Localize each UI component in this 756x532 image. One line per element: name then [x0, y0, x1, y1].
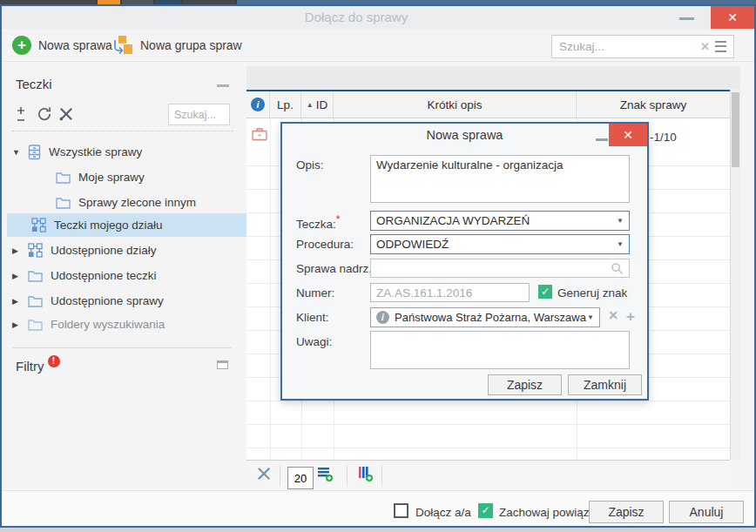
- generuj-znak-checkbox[interactable]: ✓: [538, 285, 552, 299]
- dialog-close-action-button[interactable]: Zamknij: [568, 374, 642, 395]
- opis-label: Opis:: [296, 158, 324, 172]
- column-short-desc[interactable]: Krótki opis: [334, 91, 577, 118]
- info-icon: i: [251, 98, 265, 111]
- table-gridline: [270, 118, 271, 460]
- tree-item-wszystkie-sprawy[interactable]: ▼ Wszystkie sprawy: [7, 140, 237, 164]
- window-title: Dołącz do sprawy: [2, 6, 711, 29]
- new-case-button[interactable]: + Nowa sprawa: [12, 34, 112, 57]
- panel-toggle-icon[interactable]: [217, 360, 228, 369]
- table-gridline: [246, 424, 730, 425]
- sort-asc-icon: ▲: [307, 101, 314, 109]
- close-button[interactable]: ✕: [711, 6, 754, 29]
- toolbar-separator: [347, 465, 348, 486]
- klient-select[interactable]: i Państwowa Straż Pożarna, Warszawa ▼: [370, 307, 600, 327]
- table-gridline: [246, 448, 730, 448]
- klient-clear-button[interactable]: ✕: [606, 308, 620, 322]
- collapse-section-icon[interactable]: [217, 84, 229, 87]
- expand-collapse-all-icon[interactable]: [14, 106, 31, 124]
- tree-search-box: [168, 104, 230, 125]
- uwagi-label: Uwagi:: [296, 335, 332, 348]
- archive-icon: [28, 145, 41, 160]
- tree-item-label: Udostępnione teczki: [51, 269, 157, 282]
- klient-label: Klient:: [296, 311, 329, 324]
- chevron-down-icon[interactable]: ▼: [12, 148, 28, 157]
- procedura-select[interactable]: ODPOWIEDŹ ▼: [370, 234, 630, 254]
- sprawa-nadrz-label: Sprawa nadrz.:: [296, 262, 375, 275]
- table-top-band: [246, 66, 740, 90]
- teczka-select[interactable]: ORGANIZACJA WYDARZEŃ ▼: [370, 211, 630, 231]
- tree-item-label: Foldery wyszukiwania: [51, 318, 165, 331]
- chevron-down-icon: ▼: [617, 240, 624, 248]
- tree-item-label: Moje sprawy: [78, 171, 145, 184]
- tree-search-input[interactable]: [169, 104, 229, 125]
- footer-save-button[interactable]: Zapisz: [589, 501, 664, 523]
- numer-label: Numer:: [296, 286, 334, 300]
- folders-section-title: Teczki: [16, 77, 52, 91]
- column-label: Znak sprawy: [620, 98, 687, 111]
- opis-textarea[interactable]: Wydarzenie kulturalne - organizacja: [370, 155, 630, 203]
- tree-item-moje-sprawy[interactable]: Moje sprawy: [7, 165, 280, 189]
- chevron-right-icon[interactable]: ▶: [12, 246, 28, 255]
- klient-add-button[interactable]: +: [624, 308, 638, 326]
- column-lp[interactable]: Lp.: [270, 91, 301, 118]
- table-gridline: [246, 401, 730, 401]
- dialog-minimize-button[interactable]: [596, 138, 608, 141]
- filters-section-title: Filtry: [16, 359, 44, 374]
- folder-icon: [28, 270, 43, 282]
- briefcase-icon: [252, 127, 267, 144]
- search-menu-icon[interactable]: [715, 41, 726, 52]
- case-group-icon: [111, 36, 133, 56]
- minimize-button[interactable]: [679, 17, 694, 20]
- tree-item-label: Udostępnione działy: [51, 244, 157, 257]
- add-row-icon[interactable]: [317, 466, 334, 485]
- new-case-label: Nowa sprawa: [38, 38, 112, 52]
- uwagi-textarea[interactable]: [370, 331, 630, 369]
- scrollbar-thumb[interactable]: [732, 92, 739, 167]
- chevron-right-icon[interactable]: ▶: [12, 297, 28, 306]
- info-icon: i: [376, 311, 389, 324]
- tools-icon[interactable]: [58, 106, 76, 124]
- alert-icon: !: [48, 355, 60, 367]
- tree-item-foldery-wyszukiwania[interactable]: ▶ Foldery wyszukiwania: [7, 313, 237, 336]
- dialog-close-button[interactable]: ✕: [609, 124, 647, 146]
- close-icon: ✕: [623, 128, 633, 142]
- grid-tools-icon[interactable]: [256, 466, 272, 484]
- filters-section[interactable]: Filtry !: [16, 359, 60, 374]
- folder-icon: [56, 197, 71, 209]
- tree-item-teczki-dzialu[interactable]: Teczki mojego działu: [7, 213, 256, 237]
- tree-item-label: Udostępnione sprawy: [51, 294, 164, 307]
- new-case-dialog: Nowa sprawa ✕ Opis: Wydarzenie kulturaln…: [280, 122, 649, 401]
- column-case-mark[interactable]: Znak sprawy: [577, 91, 730, 118]
- footer-cancel-button[interactable]: Anuluj: [669, 501, 744, 523]
- folder-icon: [28, 319, 43, 331]
- tree-item-udostepnione-teczki[interactable]: ▶ Udostępnione teczki: [7, 264, 237, 287]
- numer-input[interactable]: [370, 283, 530, 302]
- tree-item-udostepnione-sprawy[interactable]: ▶ Udostępnione sprawy: [7, 289, 237, 313]
- search-input[interactable]: [552, 40, 698, 53]
- folder-icon: [56, 172, 71, 184]
- org-chart-icon: [31, 218, 46, 232]
- attach-aa-checkbox[interactable]: [394, 503, 408, 518]
- tree-item-sprawy-zlecone[interactable]: Sprawy zlecone innym: [7, 191, 280, 214]
- clear-search-icon[interactable]: ✕: [698, 40, 712, 53]
- tree-item-udostepnione-dzialy[interactable]: ▶ Udostępnione działy: [7, 239, 237, 262]
- chevron-right-icon[interactable]: ▶: [12, 320, 28, 329]
- keep-links-checkbox[interactable]: ✓: [478, 503, 493, 518]
- add-column-icon[interactable]: [357, 466, 374, 485]
- org-chart-icon: [28, 243, 43, 258]
- column-id[interactable]: ▲ ID: [301, 91, 334, 118]
- dialog-title: Nowa sprawa: [282, 124, 647, 147]
- tree-item-label: Wszystkie sprawy: [49, 145, 142, 158]
- sprawa-nadrz-input[interactable]: [370, 259, 630, 278]
- table-header: i Lp. ▲ ID Krótki opis Znak sprawy: [246, 90, 730, 118]
- chevron-right-icon[interactable]: ▶: [12, 272, 28, 280]
- refresh-icon[interactable]: [37, 106, 54, 124]
- new-case-group-button[interactable]: Nowa grupa spraw: [111, 34, 242, 57]
- dialog-save-button[interactable]: Zapisz: [488, 374, 562, 395]
- table-search-box: ✕: [551, 35, 734, 58]
- tree-item-label: Sprawy zlecone innym: [78, 196, 196, 209]
- toolbar-separator: [381, 465, 382, 486]
- check-icon: ✓: [481, 504, 489, 516]
- column-info[interactable]: i: [246, 91, 270, 118]
- page-size-input[interactable]: [287, 467, 314, 489]
